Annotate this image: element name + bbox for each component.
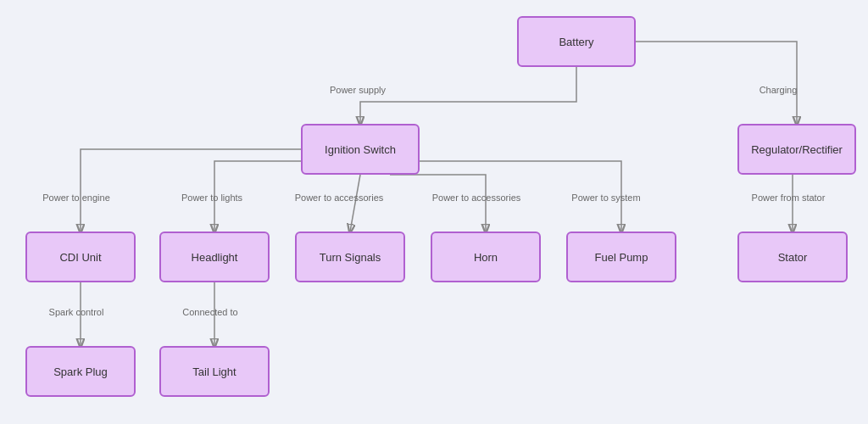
node-stator: Stator xyxy=(737,232,848,282)
label-power-stator: Power from stator xyxy=(729,192,848,203)
node-ignition: Ignition Switch xyxy=(301,124,420,175)
svg-line-0 xyxy=(350,175,360,232)
node-taillight: Tail Light xyxy=(159,346,270,397)
node-fuelpump: Fuel Pump xyxy=(566,232,676,282)
label-power-lights: Power to lights xyxy=(161,192,263,203)
label-power-supply: Power supply xyxy=(307,85,409,95)
label-power-accessories-2: Power to accessories xyxy=(417,192,536,203)
node-sparkplug: Spark Plug xyxy=(25,346,136,397)
diagram: Battery Ignition Switch Regulator/Rectif… xyxy=(0,0,868,424)
label-power-system: Power to system xyxy=(551,192,661,203)
node-horn: Horn xyxy=(431,232,541,282)
label-charging: Charging xyxy=(744,85,812,95)
node-cdi: CDI Unit xyxy=(25,232,136,282)
label-connected-to: Connected to xyxy=(159,307,261,317)
label-power-engine: Power to engine xyxy=(25,192,127,203)
label-spark-control: Spark control xyxy=(25,307,127,317)
node-turnsignals: Turn Signals xyxy=(295,232,405,282)
label-power-accessories-1: Power to accessories xyxy=(280,192,398,203)
node-headlight: Headlight xyxy=(159,232,270,282)
node-battery: Battery xyxy=(517,16,636,67)
node-regulator: Regulator/Rectifier xyxy=(737,124,856,175)
